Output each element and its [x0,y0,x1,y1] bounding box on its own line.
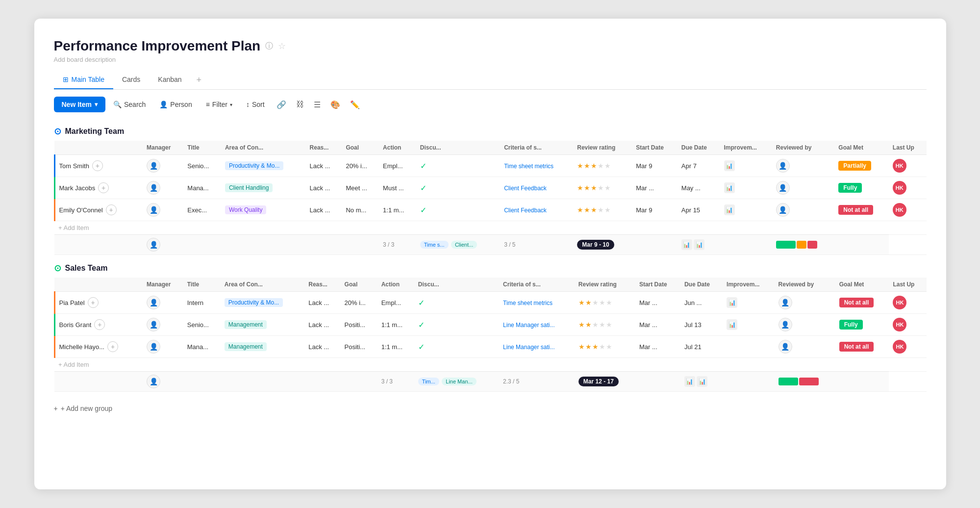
criteria-link[interactable]: Line Manager sati... [503,322,554,329]
reviewer-avatar[interactable]: 👤 [779,340,792,354]
rating-cell: ★★★★★ [573,199,632,221]
row-name-cell: Emily O'Connel + [54,199,143,221]
reviewed-cell: 👤 [772,155,835,177]
reason-cell: Lack ... [304,336,340,358]
manager-cell: 👤 [143,314,183,336]
table-row: Pia Patel + 👤 Intern Productivity & Mo..… [54,292,927,314]
sort-icon: ↕ [246,101,250,108]
summary-tag: Line Man... [442,378,476,385]
board-description[interactable]: Add board description [54,56,927,63]
reviewer-avatar[interactable]: 👤 [779,318,792,331]
due-date-cell: Apr 7 [678,155,720,177]
user-avatar: HK [893,181,906,195]
table-row: Michelle Hayo... + 👤 Mana... Management … [54,336,927,358]
tab-main-table[interactable]: ⊞ Main Table [54,72,113,89]
add-person-button[interactable]: + [106,204,117,215]
summary-img-icon: 📊 [697,376,707,387]
criteria-link[interactable]: Time sheet metrics [503,300,553,306]
area-tag[interactable]: Productivity & Mo... [225,161,283,170]
add-tab-button[interactable]: + [191,71,208,89]
goal-cell: No m... [342,199,379,221]
add-person-button[interactable]: + [92,160,103,171]
manager-avatar[interactable]: 👤 [147,159,160,173]
add-item-label[interactable]: + Add Item [54,358,927,372]
col-goal: Goal [341,278,377,292]
manager-avatar[interactable]: 👤 [147,203,160,217]
app-container: Performance Improvement Plan ⓘ ☆ Add boa… [34,19,946,489]
add-person-button[interactable]: + [107,341,118,352]
area-tag[interactable]: Work Quality [225,205,266,214]
star-rating: ★★★★★ [577,162,611,170]
col-action: Action [379,141,416,155]
improvement-icon[interactable]: 📊 [727,297,737,308]
add-item-row[interactable]: + Add Item [54,221,927,235]
col-name [54,278,143,292]
reviewed-cell: 👤 [775,314,835,336]
due-date-cell: Jun ... [680,292,723,314]
add-person-button[interactable]: + [88,297,99,308]
reviewer-avatar[interactable]: 👤 [776,181,790,195]
manager-avatar[interactable]: 👤 [147,318,160,331]
add-person-button[interactable]: + [98,182,109,193]
criteria-link[interactable]: Line Manager sati... [503,344,554,351]
improvement-icon[interactable]: 📊 [724,160,735,171]
start-date-cell: Mar ... [632,177,678,199]
rows-icon[interactable]: ☰ [310,97,325,112]
area-cell: Client Handling [221,177,306,199]
area-tag[interactable]: Management [225,342,267,351]
criteria-link[interactable]: Time sheet metrics [504,163,553,170]
summary-action-count-sales: 3 / 3 [377,372,414,392]
col-start: Start Date [635,278,680,292]
search-button[interactable]: 🔍 Search [107,98,151,111]
star-icon[interactable]: ☆ [278,41,286,51]
tab-cards[interactable]: Cards [113,72,149,89]
reviewer-avatar[interactable]: 👤 [776,159,790,173]
manager-avatar[interactable]: 👤 [147,340,160,354]
manager-avatar[interactable]: 👤 [147,181,160,195]
col-due: Due Date [678,141,720,155]
person-button[interactable]: 👤 Person [153,98,198,111]
tab-kanban[interactable]: Kanban [149,72,190,89]
user-avatar: HK [893,203,906,217]
add-item-label[interactable]: + Add Item [54,221,927,235]
table-row: Tom Smith + 👤 Senio... Productivity & Mo… [54,155,927,177]
unlink-icon[interactable]: ⛓ [292,97,308,112]
info-icon[interactable]: ⓘ [265,41,273,51]
new-item-button[interactable]: New Item ▾ [54,97,105,112]
criteria-link[interactable]: Client Feedback [504,185,547,192]
reviewer-avatar[interactable]: 👤 [776,203,790,217]
add-item-row[interactable]: + Add Item [54,358,927,372]
discussed-cell: ✓ [414,336,499,358]
area-tag[interactable]: Management [225,320,267,329]
edit-icon[interactable]: ✏️ [346,97,364,112]
manager-avatar[interactable]: 👤 [147,296,160,309]
filter-button[interactable]: ≡ Filter ▾ [200,98,238,111]
goal-met-color-bar-sales [779,378,831,385]
add-group-button[interactable]: + + Add new group [54,400,113,417]
improvement-icon[interactable]: 📊 [724,204,735,215]
goal-met-badge: Fully [838,183,862,193]
palette-icon[interactable]: 🎨 [327,97,344,112]
summary-img-icon: 📊 [681,239,692,250]
reason-cell: Lack ... [304,314,340,336]
criteria-link[interactable]: Client Feedback [504,207,547,214]
start-date-cell: Mar 9 [632,199,678,221]
summary-row-sales: 👤 3 / 3 Tim... Line Man... 2.3 / 5 Mar 1… [54,372,927,392]
area-tag[interactable]: Client Handling [225,183,273,192]
sort-button[interactable]: ↕ Sort [240,98,271,111]
user-avatar: HK [893,340,906,354]
summary-img-icon: 📊 [684,376,695,387]
start-date-cell: Mar ... [635,292,680,314]
row-name-cell: Tom Smith + [54,155,143,177]
area-tag[interactable]: Productivity & Mo... [225,298,283,307]
col-manager: Manager [143,141,183,155]
row-name-cell: Mark Jacobs + [54,177,143,199]
last-update-cell: HK [889,199,927,221]
star-rating: ★★★★★ [578,321,613,329]
reviewer-avatar[interactable]: 👤 [779,296,792,309]
link-icon[interactable]: 🔗 [273,97,290,112]
col-title: Title [183,141,221,155]
improvement-icon[interactable]: 📊 [727,319,737,330]
improvement-icon[interactable]: 📊 [724,182,735,193]
add-person-button[interactable]: + [94,319,105,330]
